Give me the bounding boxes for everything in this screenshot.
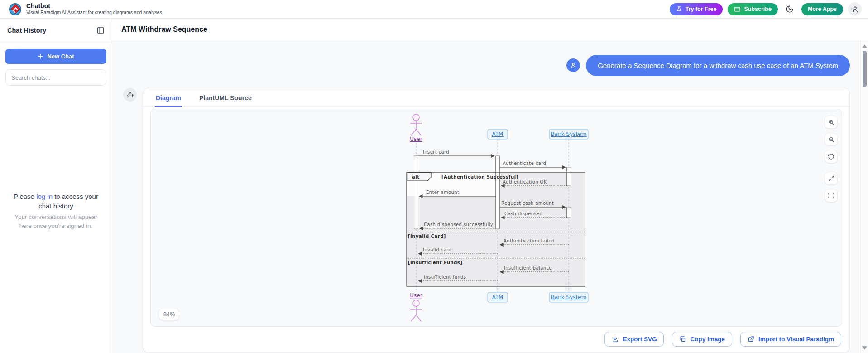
log-in-link[interactable]: log in (36, 193, 53, 200)
flask-icon (676, 6, 682, 12)
app-subtitle: Visual Paradigm AI Assistant for creatin… (26, 10, 162, 15)
app-window: Chatbot Visual Paradigm AI Assistant for… (0, 0, 868, 353)
scroll-down-icon[interactable] (862, 346, 867, 350)
lifeline-feet: User ATM (410, 292, 588, 321)
import-vp-label: Import to Visual Paradigm (758, 336, 834, 343)
svg-text:Insufficient funds: Insufficient funds (424, 275, 466, 280)
svg-text:Bank System: Bank System (551, 294, 587, 300)
more-apps-button[interactable]: More Apps (801, 3, 843, 15)
app-title: Chatbot (26, 3, 162, 10)
svg-text:Cash dispensed: Cash dispensed (504, 211, 542, 216)
diagram-canvas[interactable]: Insert card Authenticate card Authentica… (150, 109, 842, 327)
reset-view-button[interactable] (825, 150, 838, 163)
svg-text:ATM: ATM (492, 131, 504, 137)
svg-text:Authentication failed: Authentication failed (504, 238, 555, 243)
svg-text:User: User (410, 136, 422, 142)
person-icon (851, 5, 859, 13)
svg-text:Authenticate card: Authenticate card (503, 161, 546, 166)
dark-mode-toggle[interactable] (783, 2, 796, 16)
collapse-sidebar-button[interactable] (96, 26, 105, 34)
new-chat-button[interactable]: New Chat (5, 49, 106, 64)
page-title: ATM Withdraw Sequence (121, 25, 207, 34)
copy-image-label: Copy Image (690, 336, 725, 343)
svg-text:Invalid card: Invalid card (423, 247, 451, 252)
tab-diagram[interactable]: Diagram (155, 88, 182, 107)
new-chat-label: New Chat (47, 53, 74, 60)
chat-scroll-area: Generate a Sequence Diagram for a withdr… (112, 40, 868, 353)
svg-text:Bank System: Bank System (551, 131, 587, 137)
zoom-in-button[interactable] (825, 116, 838, 129)
svg-text:Insufficient balance: Insufficient balance (504, 266, 552, 271)
download-icon (612, 336, 619, 343)
canvas-controls (825, 116, 838, 202)
app-title-block: Chatbot Visual Paradigm AI Assistant for… (26, 3, 162, 15)
empty-text-before: Please (14, 193, 36, 200)
zoom-level-badge: 84% (159, 309, 179, 320)
sidebar-title: Chat History (7, 27, 46, 34)
diagram-actions: Export SVG Copy Image (143, 327, 849, 352)
fragment-operator: alt (412, 174, 419, 179)
svg-text:ATM: ATM (492, 294, 504, 300)
zoom-in-icon (828, 119, 835, 126)
actor-figure-bottom (410, 300, 422, 321)
import-to-visual-paradigm-button[interactable]: Import to Visual Paradigm (740, 332, 841, 347)
svg-text:Request cash amount: Request cash amount (501, 201, 554, 206)
visual-paradigm-logo-icon (9, 3, 21, 15)
copy-icon (679, 336, 686, 343)
zoom-out-icon (828, 136, 835, 143)
lifeline-heads: User ATM Bank System (410, 114, 588, 142)
robot-icon (126, 91, 134, 99)
search-chats-input[interactable] (5, 69, 106, 86)
export-svg-button[interactable]: Export SVG (604, 332, 664, 347)
conversation-header: ATM Withdraw Sequence (112, 19, 868, 40)
diagram-result-card: Diagram PlantUML Source (143, 88, 850, 353)
scroll-up-icon[interactable] (862, 44, 867, 48)
user-message-row: Generate a Sequence Diagram for a withdr… (123, 55, 850, 76)
svg-text:User: User (410, 292, 422, 299)
sidebar-empty-state: Please log in to access your chat histor… (0, 192, 112, 231)
more-apps-label: More Apps (808, 6, 837, 12)
fullscreen-icon (828, 192, 834, 199)
main-content: ATM Withdraw Sequence Generate a Sequenc… (112, 19, 868, 353)
bot-avatar (123, 88, 137, 102)
result-tabs: Diagram PlantUML Source (143, 88, 849, 107)
svg-text:Insert card: Insert card (423, 150, 449, 155)
external-link-icon (748, 336, 754, 343)
copy-image-button[interactable]: Copy Image (672, 332, 732, 347)
reset-icon (828, 153, 834, 160)
chat-scrollbar[interactable] (860, 40, 868, 353)
fragment-guard-1: [Authentication Successful] (441, 174, 518, 179)
plus-icon (38, 53, 43, 59)
try-for-free-label: Try for Free (686, 6, 717, 12)
person-icon (570, 62, 577, 69)
fullscreen-button[interactable] (825, 189, 838, 202)
moon-icon (786, 5, 794, 13)
svg-text:Enter amount: Enter amount (426, 190, 459, 195)
user-message-bubble: Generate a Sequence Diagram for a withdr… (586, 55, 850, 76)
subscribe-button[interactable]: Subscribe (728, 3, 777, 15)
svg-text:Authentication OK: Authentication OK (503, 179, 547, 184)
try-for-free-button[interactable]: Try for Free (670, 3, 723, 15)
fit-to-screen-button[interactable] (825, 172, 838, 185)
subscribe-label: Subscribe (744, 6, 771, 12)
card-icon (734, 6, 741, 13)
user-avatar (566, 58, 580, 72)
export-svg-label: Export SVG (623, 336, 657, 343)
top-bar: Chatbot Visual Paradigm AI Assistant for… (0, 0, 868, 19)
scrollbar-thumb[interactable] (863, 51, 867, 87)
expand-icon (828, 175, 834, 182)
assistant-message-row: Diagram PlantUML Source (123, 88, 850, 353)
sequence-diagram: Insert card Authenticate card Authentica… (401, 111, 591, 325)
tab-plantuml-source[interactable]: PlantUML Source (198, 88, 253, 107)
panel-icon (96, 26, 105, 34)
empty-subtext: Your conversations will appear here once… (10, 213, 102, 230)
fragment-guard-3: [Insufficient Funds] (408, 260, 462, 265)
fragment-guard-2: [Invalid Card] (408, 234, 446, 239)
chat-history-sidebar: Chat History New Chat Please log in to a… (0, 19, 112, 353)
actor-figure-top (410, 114, 422, 135)
svg-text:Cash dispensed successfully: Cash dispensed successfully (424, 222, 493, 227)
zoom-out-button[interactable] (825, 133, 838, 146)
user-account-button[interactable] (848, 2, 862, 16)
